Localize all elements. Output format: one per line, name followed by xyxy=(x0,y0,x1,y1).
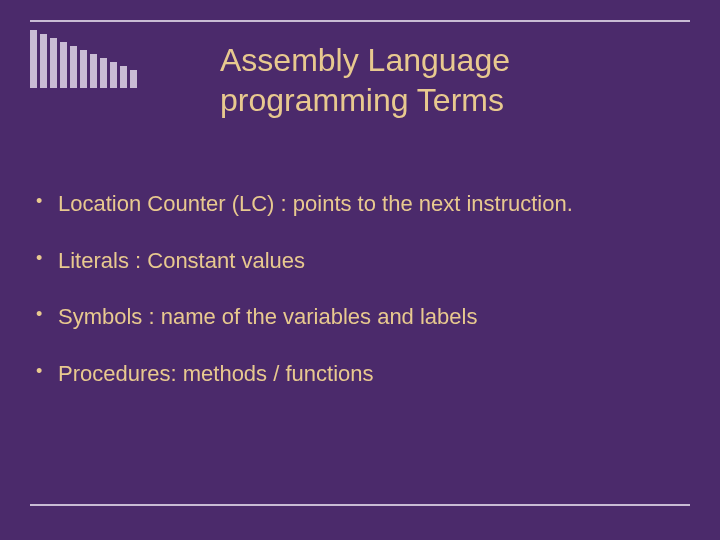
title-line-1: Assembly Language xyxy=(220,42,510,78)
list-item: Symbols : name of the variables and labe… xyxy=(30,303,690,332)
bottom-horizontal-rule xyxy=(30,504,690,506)
bullet-text: Symbols : name of the variables and labe… xyxy=(58,304,477,329)
top-horizontal-rule xyxy=(30,20,690,22)
list-item: Procedures: methods / functions xyxy=(30,360,690,389)
list-item: Literals : Constant values xyxy=(30,247,690,276)
bullet-text: Procedures: methods / functions xyxy=(58,361,374,386)
vertical-bars-decoration xyxy=(30,30,137,88)
bullet-list: Location Counter (LC) : points to the ne… xyxy=(30,190,690,416)
title-line-2: programming Terms xyxy=(220,82,504,118)
slide-title: Assembly Language programming Terms xyxy=(220,40,660,120)
bullet-text: Literals : Constant values xyxy=(58,248,305,273)
bullet-text: Location Counter (LC) : points to the ne… xyxy=(58,191,573,216)
list-item: Location Counter (LC) : points to the ne… xyxy=(30,190,690,219)
